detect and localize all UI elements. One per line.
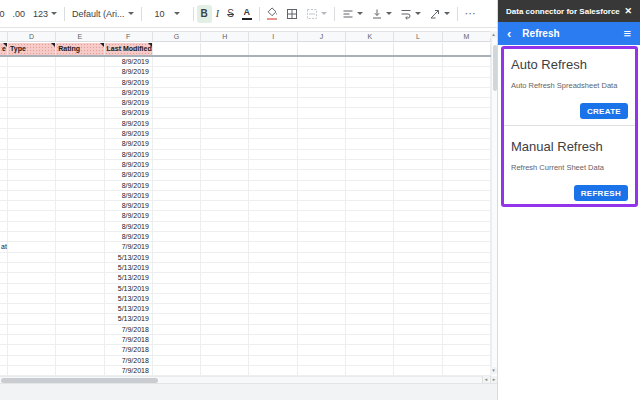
grid-cell[interactable] (8, 119, 56, 129)
grid-cell[interactable] (394, 242, 442, 252)
grid-cell[interactable] (8, 78, 56, 88)
grid-cell[interactable] (249, 366, 297, 376)
grid-cell[interactable] (0, 78, 8, 88)
grid-cell[interactable] (56, 150, 104, 160)
grid-cell[interactable] (249, 263, 297, 273)
font-size-select[interactable]: 10 (145, 5, 190, 23)
scroll-up-button[interactable]: ▴ (490, 31, 497, 38)
grid-cell[interactable] (0, 98, 8, 108)
grid-cell[interactable] (298, 253, 346, 263)
grid-cell[interactable] (56, 294, 104, 304)
grid-cell[interactable] (8, 242, 56, 252)
grid-cell[interactable] (443, 345, 491, 355)
grid-cell[interactable] (298, 57, 346, 67)
grid-cell[interactable] (443, 88, 491, 98)
column-header-D[interactable]: D (8, 32, 56, 41)
grid-cell[interactable] (153, 108, 201, 118)
grid-cell[interactable] (249, 232, 297, 242)
grid-cell[interactable] (8, 98, 56, 108)
grid-cell[interactable] (298, 335, 346, 345)
grid-cell[interactable] (56, 304, 104, 314)
grid-cell[interactable] (153, 304, 201, 314)
grid-cell[interactable] (8, 201, 56, 211)
grid-cell[interactable] (298, 191, 346, 201)
grid-cell[interactable] (394, 211, 442, 221)
grid-cell[interactable]: 8/9/2019 (105, 191, 153, 201)
grid-cell[interactable] (249, 242, 297, 252)
grid-cell[interactable] (8, 150, 56, 160)
grid-cell[interactable] (298, 201, 346, 211)
grid-cell[interactable] (201, 139, 249, 149)
grid-cell[interactable]: 8/9/2019 (105, 181, 153, 191)
grid-cell[interactable] (8, 88, 56, 98)
grid-cell[interactable] (153, 366, 201, 376)
grid-cell[interactable] (0, 284, 8, 294)
grid-cell[interactable]: 8/9/2019 (105, 129, 153, 139)
decrease-decimal-button[interactable]: .0 (0, 5, 9, 23)
grid-cell[interactable] (0, 304, 8, 314)
grid-cell[interactable] (249, 170, 297, 180)
grid-cell[interactable] (298, 98, 346, 108)
grid-cell[interactable] (394, 98, 442, 108)
grid-cell[interactable] (201, 98, 249, 108)
grid-cell[interactable] (443, 304, 491, 314)
grid-cell[interactable] (249, 201, 297, 211)
grid-cell[interactable] (249, 191, 297, 201)
grid-cell[interactable] (298, 232, 346, 242)
grid-cell[interactable] (249, 129, 297, 139)
grid-cell[interactable] (0, 253, 8, 263)
close-icon[interactable]: ✕ (624, 6, 632, 16)
grid-cell[interactable] (298, 314, 346, 324)
grid-cell[interactable]: 7/9/2018 (105, 325, 153, 335)
grid-cell[interactable] (443, 67, 491, 77)
grid-cell[interactable] (0, 181, 8, 191)
grid-cell[interactable] (298, 211, 346, 221)
grid-cell[interactable]: 5/13/2019 (105, 284, 153, 294)
grid-cell[interactable] (56, 129, 104, 139)
grid-cell[interactable] (153, 98, 201, 108)
grid-cell[interactable] (0, 273, 8, 283)
grid-cell[interactable] (346, 160, 394, 170)
grid-cell[interactable] (443, 366, 491, 376)
grid-cell[interactable] (346, 88, 394, 98)
grid-cell[interactable] (153, 160, 201, 170)
grid-cell[interactable] (346, 242, 394, 252)
grid-cell[interactable] (443, 139, 491, 149)
header-cell[interactable] (249, 43, 297, 55)
grid-cell[interactable] (394, 263, 442, 273)
grid-cell[interactable] (0, 211, 8, 221)
grid-cell[interactable] (346, 273, 394, 283)
grid-cell[interactable] (346, 201, 394, 211)
grid-cell[interactable] (56, 181, 104, 191)
grid-cell[interactable] (0, 201, 8, 211)
grid-cell[interactable] (394, 325, 442, 335)
grid-cell[interactable] (298, 119, 346, 129)
grid-cell[interactable] (394, 67, 442, 77)
strikethrough-button[interactable]: S (223, 5, 238, 23)
grid-cell[interactable] (8, 263, 56, 273)
grid-cell[interactable] (56, 201, 104, 211)
grid-cell[interactable] (394, 201, 442, 211)
grid-cell[interactable] (249, 273, 297, 283)
grid-cell[interactable] (443, 284, 491, 294)
grid-cell[interactable] (8, 253, 56, 263)
grid-cell[interactable] (56, 139, 104, 149)
grid-cell[interactable] (153, 170, 201, 180)
grid-cell[interactable] (249, 304, 297, 314)
grid-cell[interactable] (346, 170, 394, 180)
grid-cell[interactable] (8, 356, 56, 366)
scroll-down-button[interactable]: ▾ (490, 367, 497, 374)
grid-cell[interactable] (153, 314, 201, 324)
grid-cell[interactable] (443, 98, 491, 108)
grid-cell[interactable] (56, 98, 104, 108)
grid-cell[interactable]: 7/9/2018 (105, 345, 153, 355)
grid-cell[interactable] (394, 294, 442, 304)
grid-cell[interactable] (443, 222, 491, 232)
grid-cell[interactable] (56, 345, 104, 355)
grid-cell[interactable] (394, 314, 442, 324)
menu-icon[interactable]: ≡ (623, 27, 631, 40)
grid-cell[interactable]: 8/9/2019 (105, 67, 153, 77)
grid-cell[interactable] (394, 181, 442, 191)
grid-cell[interactable]: 8/9/2019 (105, 108, 153, 118)
grid-cell[interactable] (249, 284, 297, 294)
